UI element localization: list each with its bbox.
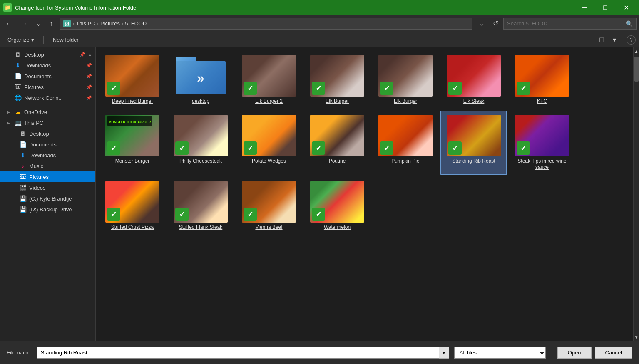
file-name-label: File name: bbox=[7, 349, 32, 356]
sidebar-item-documents-pc[interactable]: 📄 Documents bbox=[0, 139, 95, 150]
pin-icon-2: 📌 bbox=[86, 63, 92, 68]
minimize-button[interactable]: ─ bbox=[575, 0, 594, 15]
sidebar-item-onedrive[interactable]: ▶ ☁ OneDrive bbox=[0, 106, 95, 117]
file-name-standing-rib[interactable]: Standing Rib Roast bbox=[452, 158, 495, 165]
file-item-elk-steak[interactable]: ✓ Elk Steak bbox=[440, 51, 507, 109]
file-name-dropdown-button[interactable]: ▾ bbox=[439, 347, 449, 359]
file-item-steak-tips[interactable]: ✓ Steak Tips in red wine sauce bbox=[509, 111, 575, 175]
file-name-philly[interactable]: Philly Cheesesteak bbox=[179, 158, 222, 165]
check-overlay-stuffed-pizza: ✓ bbox=[107, 208, 120, 221]
search-button[interactable]: 🔍 bbox=[622, 20, 636, 27]
sidebar-item-d-drive[interactable]: 💾 (D:) Backup Drive bbox=[0, 204, 95, 215]
file-name-watermelon[interactable]: Watermelon bbox=[324, 224, 351, 231]
path-food[interactable]: 5. FOOD bbox=[125, 20, 147, 27]
file-item-stuffed-pizza[interactable]: ✓ Stuffed Crust Pizza bbox=[99, 177, 166, 235]
file-name-field-container: ▾ bbox=[37, 347, 449, 359]
forward-button[interactable]: → bbox=[17, 18, 31, 29]
sidebar-item-desktop-pc[interactable]: 🖥 Desktop bbox=[0, 128, 95, 139]
file-item-potato[interactable]: ✓ Potato Wedges bbox=[236, 111, 302, 175]
open-button[interactable]: Open bbox=[557, 347, 592, 359]
sidebar-item-pictures-pc[interactable]: 🖼 Pictures bbox=[0, 171, 95, 182]
cancel-button[interactable]: Cancel bbox=[595, 347, 632, 359]
file-item-kfc[interactable]: ✓ KFC bbox=[509, 51, 575, 109]
file-name-desktop[interactable]: desktop bbox=[192, 98, 209, 105]
file-name-pumpkin[interactable]: Pumpkin Pie bbox=[391, 158, 419, 165]
view-dropdown-button[interactable]: ▾ bbox=[609, 34, 619, 45]
dropdown-path-button[interactable]: ⌄ bbox=[476, 18, 488, 29]
file-name-monster[interactable]: Monster Burger bbox=[115, 158, 150, 165]
file-item-standing-rib[interactable]: ✓ Standing Rib Roast bbox=[440, 111, 507, 175]
sidebar-spacer bbox=[0, 103, 95, 106]
sidebar-item-documents-quick[interactable]: 📄 Documents 📌 bbox=[0, 71, 95, 82]
up-button[interactable]: ↑ bbox=[46, 18, 56, 29]
check-overlay-vienna: ✓ bbox=[244, 208, 257, 221]
file-item-watermelon[interactable]: ✓ Watermelon bbox=[304, 177, 370, 235]
file-name-elk-burger2[interactable]: Elk Burger 2 bbox=[255, 98, 283, 105]
sidebar-item-music[interactable]: ♪ Music bbox=[0, 161, 95, 171]
file-name-field[interactable] bbox=[37, 347, 439, 359]
file-name-elk-steak[interactable]: Elk Steak bbox=[463, 98, 485, 105]
check-overlay-steak-tips: ✓ bbox=[517, 141, 530, 155]
file-area[interactable]: ✓ Deep Fried Burger » desktop bbox=[96, 47, 633, 341]
file-item-philly[interactable]: ✓ Philly Cheesesteak bbox=[167, 111, 234, 175]
file-type-select[interactable]: All files ICO files (*.ico) All files (*… bbox=[454, 347, 546, 359]
file-item-elk-burger[interactable]: ✓ Elk Burger bbox=[304, 51, 370, 109]
search-box[interactable]: 🔍 bbox=[503, 18, 637, 30]
file-name-stuffed-pizza[interactable]: Stuffed Crust Pizza bbox=[111, 224, 154, 231]
close-button[interactable]: ✕ bbox=[617, 0, 636, 15]
recent-locations-button[interactable]: ⌄ bbox=[32, 18, 45, 29]
refresh-button[interactable]: ↺ bbox=[490, 18, 502, 29]
file-name-steak-tips[interactable]: Steak Tips in red wine sauce bbox=[511, 158, 573, 171]
d-drive-icon: 💾 bbox=[19, 206, 27, 213]
new-folder-button[interactable]: New folder bbox=[49, 35, 83, 45]
sidebar-item-desktop-quick[interactable]: 🖥 Desktop 📌 ▲ bbox=[0, 49, 95, 60]
sidebar-item-downloads-quick[interactable]: ⬇ Downloads 📌 bbox=[0, 60, 95, 71]
file-item-pumpkin[interactable]: ✓ Pumpkin Pie bbox=[372, 111, 439, 175]
view-toggle-button[interactable]: ⊞ bbox=[596, 34, 608, 45]
file-item-vienna[interactable]: ✓ Vienna Beef bbox=[236, 177, 302, 235]
file-item-deep-fried[interactable]: ✓ Deep Fried Burger bbox=[99, 51, 166, 109]
network-icon: 🌐 bbox=[14, 94, 22, 102]
check-overlay-elk-burger3: ✓ bbox=[380, 82, 393, 95]
file-thumb-kfc: ✓ bbox=[515, 55, 569, 97]
file-name-deep-fried[interactable]: Deep Fried Burger bbox=[112, 98, 153, 105]
pin-icon: 📌 bbox=[80, 52, 85, 57]
path-this-pc[interactable]: This PC bbox=[76, 20, 95, 27]
file-item-monster[interactable]: MONSTER THICKBURGER ✓ Monster Burger bbox=[99, 111, 166, 175]
file-item-desktop[interactable]: » desktop bbox=[167, 51, 234, 109]
file-item-poutine[interactable]: ✓ Poutine bbox=[304, 111, 370, 175]
scroll-thumb[interactable] bbox=[634, 57, 639, 82]
scroll-up-button[interactable]: ▲ bbox=[634, 47, 639, 55]
file-name-kfc[interactable]: KFC bbox=[537, 98, 547, 105]
address-path[interactable]: 🖼 › This PC › Pictures › 5. FOOD bbox=[60, 18, 472, 30]
sidebar-item-c-drive[interactable]: 💾 (C:) Kyle Brandtje bbox=[0, 193, 95, 204]
maximize-button[interactable]: □ bbox=[596, 0, 615, 15]
file-thumb-philly: ✓ bbox=[174, 115, 228, 156]
back-button[interactable]: ← bbox=[2, 18, 16, 29]
sidebar-item-videos[interactable]: 🎬 Videos bbox=[0, 182, 95, 193]
file-name-vienna[interactable]: Vienna Beef bbox=[255, 224, 282, 231]
file-thumb-stuffed-flank: ✓ bbox=[174, 181, 228, 223]
file-name-poutine[interactable]: Poutine bbox=[329, 158, 346, 165]
help-button[interactable]: ? bbox=[627, 35, 636, 45]
scroll-down-button[interactable]: ▼ bbox=[634, 333, 639, 341]
file-item-elk-burger2[interactable]: ✓ Elk Burger 2 bbox=[236, 51, 302, 109]
path-pictures[interactable]: Pictures bbox=[100, 20, 120, 27]
sidebar-item-network[interactable]: 🌐 Network Conn... 📌 bbox=[0, 92, 95, 103]
file-name-stuffed-flank[interactable]: Stuffed Flank Steak bbox=[179, 224, 223, 231]
check-overlay-elk-burger: ✓ bbox=[312, 82, 325, 95]
file-item-stuffed-flank[interactable]: ✓ Stuffed Flank Steak bbox=[167, 177, 234, 235]
file-name-elk-burger[interactable]: Elk Burger bbox=[326, 98, 349, 105]
check-overlay-elk-steak: ✓ bbox=[448, 82, 462, 95]
scrollbar-area: ▲ ▼ bbox=[633, 47, 639, 341]
sidebar-item-this-pc[interactable]: ▶ 💻 This PC bbox=[0, 117, 95, 128]
file-thumb-pumpkin: ✓ bbox=[378, 115, 433, 156]
sidebar-item-pictures-quick[interactable]: 🖼 Pictures 📌 bbox=[0, 82, 95, 92]
file-thumb-elk-burger: ✓ bbox=[310, 55, 364, 97]
sidebar-item-downloads-pc[interactable]: ⬇ Downloads bbox=[0, 150, 95, 161]
file-item-elk-burger3[interactable]: ✓ Elk Burger bbox=[372, 51, 439, 109]
organize-button[interactable]: Organize ▾ bbox=[3, 35, 38, 45]
file-name-elk-burger3[interactable]: Elk Burger bbox=[394, 98, 417, 105]
search-input[interactable] bbox=[504, 20, 622, 27]
file-name-potato[interactable]: Potato Wedges bbox=[252, 158, 286, 165]
